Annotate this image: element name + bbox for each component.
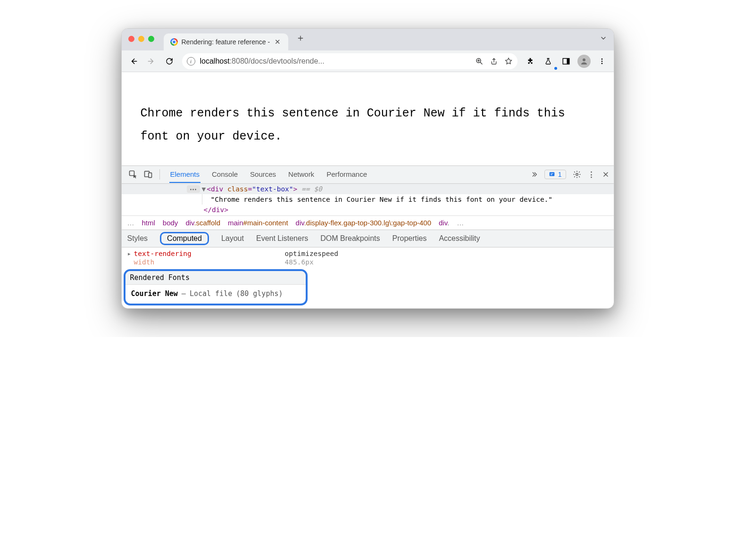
tab-network[interactable]: Network [287, 166, 315, 183]
crumb-scaffold[interactable]: div.scaffold [185, 219, 220, 227]
font-glyph-count: (80 glyphs) [236, 289, 283, 298]
property-name: text-rendering [134, 250, 285, 257]
collapsed-ancestors-icon[interactable]: ⋯ [187, 185, 200, 193]
settings-gear-icon[interactable] [573, 170, 581, 179]
dom-text-node[interactable]: "Chrome renders this sentence in Courier… [122, 194, 614, 205]
property-name: width [134, 258, 285, 266]
tab-close-button[interactable]: ✕ [274, 38, 282, 46]
reload-button[interactable] [161, 53, 177, 69]
svg-point-6 [601, 63, 602, 64]
page-viewport: Chrome renders this sentence in Courier … [122, 72, 614, 165]
svg-rect-9 [148, 173, 151, 178]
dom-breadcrumbs[interactable]: … html body div.scaffold main#main-conte… [122, 215, 614, 230]
tab-performance[interactable]: Performance [326, 166, 368, 183]
zoom-icon[interactable] [475, 57, 484, 66]
tab-list-dropdown[interactable] [600, 34, 607, 42]
computed-properties: ▸ text-rendering optimizespeed width 485… [122, 247, 614, 308]
new-tab-button[interactable] [294, 32, 307, 45]
rendered-font-entry: Courier New — Local file (80 glyphs) [125, 285, 306, 304]
svg-rect-10 [549, 172, 554, 176]
subtab-layout[interactable]: Layout [221, 234, 244, 243]
rendered-fonts-heading: Rendered Fonts [125, 271, 306, 285]
font-source: Local file [190, 289, 232, 298]
devtools-tabs: Elements Console Sources Network Perform… [169, 166, 368, 183]
site-info-icon[interactable]: i [187, 57, 195, 66]
url-text: localhost:8080/docs/devtools/rende... [200, 57, 470, 66]
labs-icon[interactable] [540, 53, 556, 69]
browser-tab[interactable]: Rendering: feature reference - ✕ [164, 33, 289, 50]
side-panel-icon[interactable] [558, 53, 574, 69]
subtab-dom-breakpoints[interactable]: DOM Breakpoints [320, 234, 380, 243]
traffic-lights [128, 36, 154, 42]
svg-point-4 [601, 58, 602, 60]
crumb-main[interactable]: main#main-content [228, 219, 288, 227]
devtools-toolbar: Elements Console Sources Network Perform… [122, 166, 614, 184]
minimize-window-button[interactable] [138, 36, 144, 42]
extensions-icon[interactable] [522, 53, 538, 69]
divider [159, 169, 160, 180]
font-name: Courier New [131, 289, 178, 298]
crumb-display-flex[interactable]: div.display-flex.gap-top-300.lg\:gap-top… [296, 219, 431, 227]
crumb-html[interactable]: html [142, 219, 155, 227]
tab-console[interactable]: Console [211, 166, 239, 183]
crumb-overflow-right[interactable]: … [457, 219, 464, 227]
chrome-menu-icon[interactable] [594, 53, 610, 69]
titlebar: Rendering: feature reference - ✕ [122, 29, 614, 50]
dom-tree[interactable]: ⋯ ▼<div class="text-box"> == $0 "Chrome … [122, 184, 614, 215]
svg-point-11 [576, 173, 578, 176]
computed-row[interactable]: ▸ text-rendering optimizespeed [122, 249, 614, 258]
svg-point-3 [583, 58, 585, 61]
property-value: 485.6px [285, 258, 314, 266]
tab-elements[interactable]: Elements [169, 166, 201, 183]
more-tabs-icon[interactable] [530, 171, 538, 178]
issues-count: 1 [558, 171, 562, 178]
devtools-panel: Elements Console Sources Network Perform… [122, 165, 614, 308]
subtab-properties[interactable]: Properties [393, 234, 427, 243]
devtools-menu-icon[interactable]: ⋮ [588, 170, 596, 179]
subtab-event-listeners[interactable]: Event Listeners [256, 234, 308, 243]
svg-rect-2 [567, 58, 569, 64]
tab-title: Rendering: feature reference - [182, 38, 270, 46]
expand-caret-icon[interactable]: ▼ [202, 185, 206, 193]
profile-avatar[interactable] [576, 53, 592, 69]
browser-toolbar: i localhost:8080/docs/devtools/rende... [122, 50, 614, 72]
dom-node-selected[interactable]: ⋯ ▼<div class="text-box"> == $0 [122, 184, 614, 194]
subtab-accessibility[interactable]: Accessibility [439, 234, 480, 243]
close-window-button[interactable] [128, 36, 134, 42]
selected-node-marker: == $0 [301, 185, 322, 193]
forward-button[interactable] [143, 53, 159, 69]
tab-sources[interactable]: Sources [249, 166, 277, 183]
crumb-body[interactable]: body [163, 219, 178, 227]
device-toolbar-icon[interactable] [142, 168, 155, 181]
page-text: Chrome renders this sentence in Courier … [141, 102, 595, 148]
browser-window: Rendering: feature reference - ✕ i local… [121, 28, 614, 309]
omnibox[interactable]: i localhost:8080/docs/devtools/rende... [182, 53, 518, 69]
dom-close-tag[interactable]: </div> [122, 205, 614, 215]
chrome-favicon-icon [170, 38, 178, 46]
maximize-window-button[interactable] [148, 36, 154, 42]
styles-subtabs: Styles Computed Layout Event Listeners D… [122, 230, 614, 247]
property-value: optimizespeed [285, 250, 339, 257]
crumb-div[interactable]: div. [439, 219, 449, 227]
subtab-computed[interactable]: Computed [160, 232, 209, 245]
inspect-icon[interactable] [126, 168, 140, 181]
issues-badge[interactable]: 1 [544, 170, 566, 179]
rendered-fonts-section: Rendered Fonts Courier New — Local file … [124, 269, 308, 305]
tab-strip: Rendering: feature reference - ✕ [164, 29, 614, 50]
expand-caret-icon[interactable]: ▸ [127, 250, 134, 257]
back-button[interactable] [125, 53, 142, 69]
devtools-close-icon[interactable] [602, 171, 609, 178]
crumb-overflow-left[interactable]: … [127, 219, 134, 227]
svg-point-5 [601, 60, 602, 62]
share-icon[interactable] [490, 57, 498, 66]
computed-row[interactable]: width 485.6px [122, 258, 614, 266]
subtab-styles[interactable]: Styles [127, 234, 148, 243]
bookmark-star-icon[interactable] [504, 57, 513, 66]
